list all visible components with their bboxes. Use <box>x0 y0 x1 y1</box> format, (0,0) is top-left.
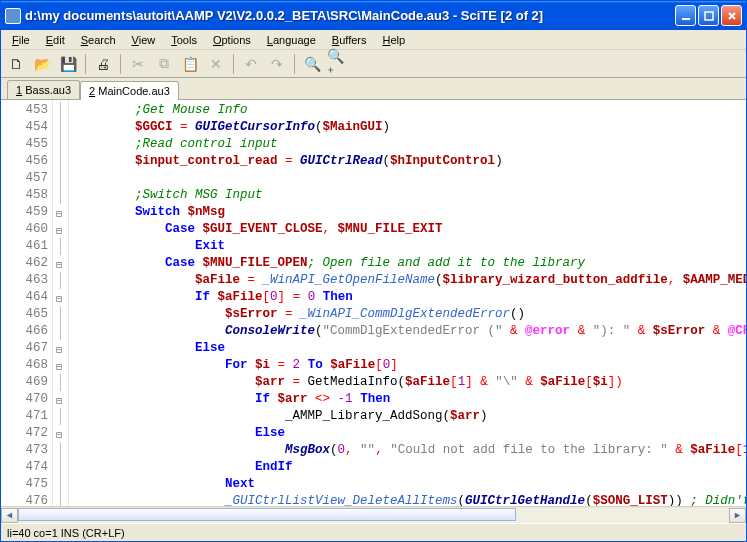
find-icon[interactable]: 🔍 <box>301 53 323 75</box>
copy-icon[interactable]: ⧉ <box>153 53 175 75</box>
delete-icon[interactable]: ✕ <box>205 53 227 75</box>
undo-icon[interactable]: ↶ <box>240 53 262 75</box>
code-area[interactable]: ;Get Mouse Info $GGCI = GUIGetCursorInfo… <box>69 100 746 506</box>
menu-buffers[interactable]: Buffers <box>325 32 374 48</box>
tab[interactable]: 2 MainCode.au3 <box>80 81 179 100</box>
menu-tools[interactable]: Tools <box>164 32 204 48</box>
toolbar-separator <box>233 54 234 74</box>
menu-help[interactable]: Help <box>375 32 412 48</box>
line-number-gutter: 4534544554564574584594604614624634644654… <box>1 100 53 506</box>
open-file-icon[interactable]: 📂 <box>31 53 53 75</box>
new-file-icon[interactable]: 🗋 <box>5 53 27 75</box>
scroll-track[interactable] <box>18 508 729 523</box>
status-bar: li=40 co=1 INS (CR+LF) <box>1 523 746 541</box>
window-controls <box>675 5 742 26</box>
app-icon <box>5 8 21 24</box>
toolbar-separator <box>294 54 295 74</box>
replace-icon[interactable]: 🔍⁺ <box>327 53 349 75</box>
fold-margin[interactable] <box>53 100 69 506</box>
app-window: d:\my documents\autoit\AAMP V2\V2.0.0.2_… <box>0 0 747 542</box>
minimize-button[interactable] <box>675 5 696 26</box>
svg-rect-0 <box>682 18 690 20</box>
scroll-right-button[interactable]: ► <box>729 508 746 523</box>
status-text: li=40 co=1 INS (CR+LF) <box>7 527 125 539</box>
horizontal-scrollbar[interactable]: ◄ ► <box>1 506 746 523</box>
menu-file[interactable]: File <box>5 32 37 48</box>
maximize-button[interactable] <box>698 5 719 26</box>
save-file-icon[interactable]: 💾 <box>57 53 79 75</box>
svg-rect-1 <box>705 12 713 20</box>
toolbar-separator <box>120 54 121 74</box>
toolbar: 🗋 📂 💾 🖨 ✂ ⧉ 📋 ✕ ↶ ↷ 🔍 🔍⁺ <box>1 50 746 78</box>
paste-icon[interactable]: 📋 <box>179 53 201 75</box>
close-button[interactable] <box>721 5 742 26</box>
tab[interactable]: 1 Bass.au3 <box>7 80 80 99</box>
scroll-left-button[interactable]: ◄ <box>1 508 18 523</box>
menu-options[interactable]: Options <box>206 32 258 48</box>
print-icon[interactable]: 🖨 <box>92 53 114 75</box>
toolbar-separator <box>85 54 86 74</box>
menubar: FileEditSearchViewToolsOptionsLanguageBu… <box>1 30 746 50</box>
scroll-thumb[interactable] <box>18 508 516 521</box>
tab-bar: 1 Bass.au32 MainCode.au3 <box>1 78 746 100</box>
menu-edit[interactable]: Edit <box>39 32 72 48</box>
code-editor[interactable]: 4534544554564574584594604614624634644654… <box>1 100 746 506</box>
window-title: d:\my documents\autoit\AAMP V2\V2.0.0.2_… <box>25 8 675 23</box>
titlebar[interactable]: d:\my documents\autoit\AAMP V2\V2.0.0.2_… <box>1 1 746 30</box>
redo-icon[interactable]: ↷ <box>266 53 288 75</box>
menu-search[interactable]: Search <box>74 32 123 48</box>
menu-language[interactable]: Language <box>260 32 323 48</box>
menu-view[interactable]: View <box>125 32 163 48</box>
cut-icon[interactable]: ✂ <box>127 53 149 75</box>
